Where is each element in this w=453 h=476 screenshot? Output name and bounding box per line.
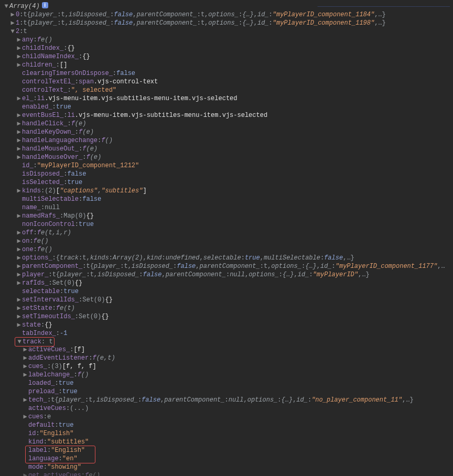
prop-controlText[interactable]: controlText_: ", selected" bbox=[3, 86, 453, 94]
prop-setIntervalIds[interactable]: ▶setIntervalIds_: Set(0) {} bbox=[3, 296, 453, 304]
prop-options[interactable]: ▶options_: { track: t, kinds: Array(2), … bbox=[3, 254, 453, 262]
prop-selectable[interactable]: selectable: true bbox=[3, 287, 453, 296]
expand-right-icon[interactable]: ▶ bbox=[16, 120, 22, 128]
track-default[interactable]: default: true bbox=[3, 421, 453, 429]
prop-children[interactable]: ▶children_: [] bbox=[3, 61, 453, 69]
prop-id[interactable]: id_: "myPlayerID_component_1212" bbox=[3, 161, 453, 170]
prop-enabled[interactable]: enabled_: true bbox=[3, 103, 453, 111]
expand-down-icon[interactable]: ▼ bbox=[16, 338, 23, 346]
track-cues2[interactable]: ▶cues: e bbox=[3, 413, 453, 421]
expand-right-icon[interactable]: ▶ bbox=[16, 36, 22, 44]
prop-eventBusEl[interactable]: ▶eventBusEl_: li.vjs-menu-item.vjs-subti… bbox=[3, 111, 453, 120]
prop-off[interactable]: ▶off: f e(t,i,r) bbox=[3, 229, 453, 237]
expand-right-icon[interactable]: ▶ bbox=[16, 52, 22, 61]
expand-right-icon[interactable]: ▶ bbox=[16, 187, 22, 195]
prop-handleClick[interactable]: ▶handleClick_: f (e) bbox=[3, 120, 453, 128]
expand-right-icon[interactable]: ▶ bbox=[16, 254, 22, 262]
prop-isDisposed[interactable]: isDisposed_: false bbox=[3, 170, 453, 178]
expand-right-icon[interactable]: ▶ bbox=[16, 304, 22, 312]
track-label[interactable]: label: "English" bbox=[3, 446, 453, 455]
expand-right-icon[interactable]: ▶ bbox=[16, 262, 22, 271]
expand-right-icon[interactable]: ▶ bbox=[22, 471, 28, 476]
track-cues[interactable]: ▶cues_: (3) [f, f, f] bbox=[3, 362, 453, 371]
prop-childIndex[interactable]: ▶childIndex_: {} bbox=[3, 44, 453, 52]
expand-right-icon[interactable]: ▶ bbox=[9, 10, 16, 19]
array-item-2[interactable]: ▼ 2: t bbox=[3, 27, 453, 36]
expand-right-icon[interactable]: ▶ bbox=[16, 245, 22, 254]
prop-childNameIndex[interactable]: ▶childNameIndex_: {} bbox=[3, 52, 453, 61]
track-tech[interactable]: ▶tech_: t { player_: t, isDisposed_: fal… bbox=[3, 396, 453, 404]
track-id[interactable]: id: "English" bbox=[3, 429, 453, 438]
prop-any[interactable]: ▶any: f e() bbox=[3, 36, 453, 44]
prop-name[interactable]: name_: null bbox=[3, 203, 453, 212]
expand-right-icon[interactable]: ▶ bbox=[16, 111, 22, 120]
expand-right-icon[interactable]: ▶ bbox=[16, 296, 22, 304]
prop-controlTextEl[interactable]: controlTextEl_: span.vjs-control-text bbox=[3, 78, 453, 86]
expand-right-icon[interactable]: ▶ bbox=[16, 136, 22, 145]
expand-right-icon[interactable]: ▶ bbox=[16, 94, 22, 103]
track-language[interactable]: language: "en" bbox=[3, 455, 453, 463]
prop-isSelected[interactable]: isSelected_: true bbox=[3, 178, 453, 187]
array-item-1[interactable]: ▶ 1: t { player_: t, isDisposed_: false,… bbox=[3, 19, 453, 27]
array-item-0[interactable]: ▶ 0: t { player_: t, isDisposed_: false,… bbox=[3, 10, 453, 19]
expand-right-icon[interactable]: ▶ bbox=[16, 153, 22, 161]
prop-handleMouseOut[interactable]: ▶handleMouseOut_: f (e) bbox=[3, 145, 453, 153]
track-preload[interactable]: preload_: true bbox=[3, 387, 453, 396]
expand-right-icon[interactable]: ▶ bbox=[22, 345, 28, 354]
prop-handleLanguagechange[interactable]: ▶handleLanguagechange: f () bbox=[3, 136, 453, 145]
expand-right-icon[interactable]: ▶ bbox=[16, 212, 22, 220]
track-activeCues2[interactable]: activeCues: (...) bbox=[3, 404, 453, 413]
prop-handleMouseOver[interactable]: ▶handleMouseOver_: f (e) bbox=[3, 153, 453, 161]
expand-down-icon[interactable]: ▼ bbox=[9, 27, 16, 36]
expand-right-icon[interactable]: ▶ bbox=[16, 312, 22, 321]
info-icon[interactable]: i bbox=[42, 2, 48, 8]
expand-right-icon[interactable]: ▶ bbox=[16, 229, 22, 237]
expand-right-icon[interactable]: ▶ bbox=[16, 321, 22, 329]
track-kind[interactable]: kind: "subtitles" bbox=[3, 438, 453, 446]
console-output: ___ _______ ___ _______ ___________ ▼ Ar… bbox=[0, 0, 453, 476]
prop-namedRafs[interactable]: ▶namedRafs_: Map(0) {} bbox=[3, 212, 453, 220]
expand-right-icon[interactable]: ▶ bbox=[16, 44, 22, 52]
expand-right-icon[interactable]: ▶ bbox=[16, 279, 22, 287]
top-link[interactable]: ___ _______ ___ _______ ___________ bbox=[318, 0, 450, 8]
prop-rafIds[interactable]: ▶rafIds_: Set(0) {} bbox=[3, 279, 453, 287]
track-loaded[interactable]: loaded_: true bbox=[3, 379, 453, 387]
prop-track[interactable]: ▼track: t bbox=[3, 338, 453, 345]
expand-right-icon[interactable]: ▶ bbox=[22, 396, 28, 404]
track-mode[interactable]: mode: "showing" bbox=[3, 463, 453, 471]
expand-right-icon[interactable]: ▶ bbox=[16, 145, 22, 153]
prop-handleKeyDown[interactable]: ▶handleKeyDown_: f (e) bbox=[3, 128, 453, 136]
expand-right-icon[interactable]: ▶ bbox=[22, 362, 28, 371]
expand-right-icon[interactable]: ▶ bbox=[22, 413, 28, 421]
prop-tabIndex[interactable]: tabIndex_: -1 bbox=[3, 329, 453, 338]
prop-setState[interactable]: ▶setState: f e(t) bbox=[3, 304, 453, 312]
prop-clearingTimers[interactable]: clearingTimersOnDispose_: false bbox=[3, 69, 453, 78]
track-addEventListener[interactable]: ▶addEventListener: f (e,t) bbox=[3, 354, 453, 362]
highlight-box-icon: ▼track: t bbox=[15, 337, 55, 347]
prop-player[interactable]: ▶player_: t { player_: t, isDisposed_: f… bbox=[3, 271, 453, 279]
prop-multiSelectable[interactable]: multiSelectable: false bbox=[3, 195, 453, 203]
expand-right-icon[interactable]: ▶ bbox=[16, 237, 22, 245]
prop-state[interactable]: ▶state: {} bbox=[3, 321, 453, 329]
expand-down-icon[interactable]: ▼ bbox=[3, 2, 9, 10]
track-labelchange[interactable]: ▶labelchange_: f () bbox=[3, 371, 453, 379]
track-get-activeCues[interactable]: ▶get activeCues: f e() bbox=[3, 471, 453, 476]
expand-right-icon[interactable]: ▶ bbox=[16, 61, 22, 69]
highlight-label-language: label: "English" language: "en" bbox=[3, 446, 453, 463]
track-activeCues[interactable]: ▶activeCues_: [f] bbox=[3, 345, 453, 354]
prop-nonIconControl[interactable]: nonIconControl: true bbox=[3, 220, 453, 229]
expand-right-icon[interactable]: ▶ bbox=[9, 19, 16, 27]
expand-right-icon[interactable]: ▶ bbox=[16, 128, 22, 136]
expand-right-icon[interactable]: ▶ bbox=[22, 354, 28, 362]
prop-parentComponent[interactable]: ▶parentComponent_: t { player_: t, isDis… bbox=[3, 262, 453, 271]
prop-on[interactable]: ▶on: f e() bbox=[3, 237, 453, 245]
expand-right-icon[interactable]: ▶ bbox=[22, 371, 28, 379]
prop-el[interactable]: ▶el_: li.vjs-menu-item.vjs-subtitles-men… bbox=[3, 94, 453, 103]
prop-one[interactable]: ▶one: f e() bbox=[3, 245, 453, 254]
expand-right-icon[interactable]: ▶ bbox=[16, 271, 22, 279]
prop-kinds[interactable]: ▶kinds: (2) ["captions", "subtitles"] bbox=[3, 187, 453, 195]
prop-setTimeoutIds[interactable]: ▶setTimeoutIds_: Set(0) {} bbox=[3, 312, 453, 321]
